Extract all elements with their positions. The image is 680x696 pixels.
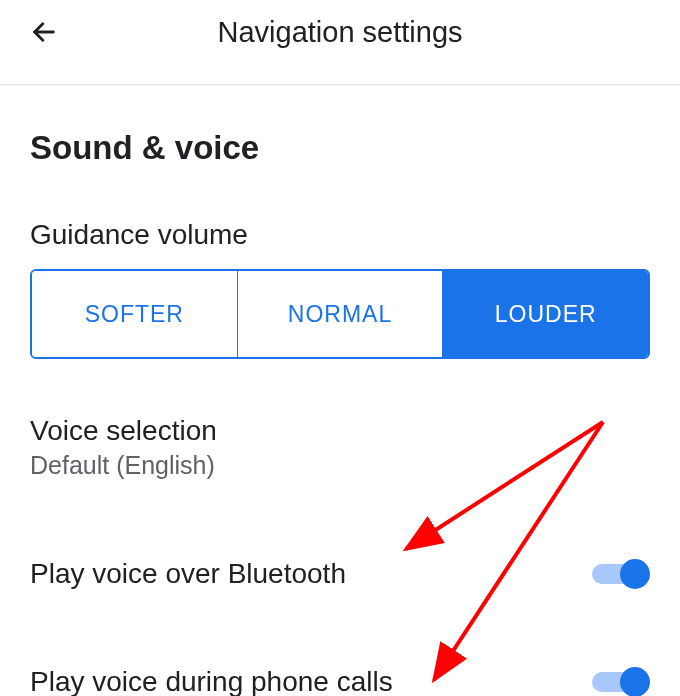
play-bluetooth-label: Play voice over Bluetooth xyxy=(30,558,346,590)
voice-selection-label: Voice selection xyxy=(30,415,650,447)
section-title-sound-voice: Sound & voice xyxy=(30,129,650,167)
toggle-thumb xyxy=(620,667,650,696)
play-calls-toggle[interactable] xyxy=(592,672,650,692)
guidance-volume-segment: SOFTER NORMAL LOUDER xyxy=(30,269,650,359)
header-divider xyxy=(0,84,680,85)
voice-selection-row[interactable]: Voice selection Default (English) xyxy=(30,415,650,480)
guidance-volume-label: Guidance volume xyxy=(30,219,650,251)
voice-selection-value: Default (English) xyxy=(30,451,650,480)
header: Navigation settings xyxy=(0,0,680,64)
content: Sound & voice Guidance volume SOFTER NOR… xyxy=(0,129,680,696)
segment-normal[interactable]: NORMAL xyxy=(238,271,444,357)
play-calls-row: Play voice during phone calls xyxy=(30,666,650,696)
play-calls-label: Play voice during phone calls xyxy=(30,666,393,696)
segment-louder[interactable]: LOUDER xyxy=(443,271,648,357)
page-title: Navigation settings xyxy=(24,16,656,49)
toggle-thumb xyxy=(620,559,650,589)
play-bluetooth-toggle[interactable] xyxy=(592,564,650,584)
segment-softer[interactable]: SOFTER xyxy=(32,271,238,357)
play-bluetooth-row: Play voice over Bluetooth xyxy=(30,558,650,590)
